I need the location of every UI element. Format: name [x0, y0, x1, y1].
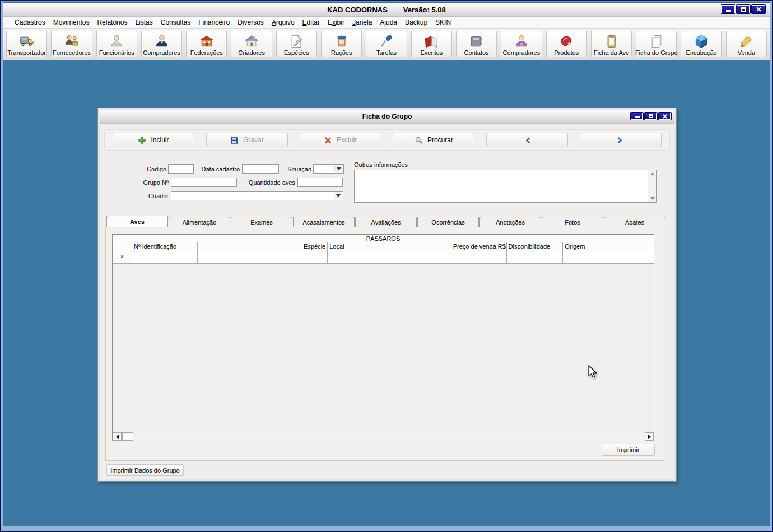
excluir-button[interactable]: Excluir [300, 133, 381, 147]
incluir-button[interactable]: Incluir [113, 133, 194, 147]
grupo-n-field[interactable] [171, 178, 237, 187]
plus-icon [138, 136, 146, 144]
menu-item-listas[interactable]: Listas [131, 17, 156, 27]
toolbar-button-funcionarios[interactable]: Funcionários [96, 31, 137, 57]
criador-dropdown[interactable] [171, 191, 343, 200]
grid-cell-origem[interactable] [563, 251, 654, 263]
menu-item-financeiro[interactable]: Financeiro [194, 17, 234, 27]
dialog-minimize-button[interactable] [631, 113, 643, 120]
tab-anotacoes[interactable]: Anotações [479, 217, 541, 227]
toolbar-button-racoes[interactable]: Rações [321, 31, 362, 57]
action-button-panel: Incluir Gravar Excluir Procurar [104, 129, 670, 151]
toolbar-button-federacoes[interactable]: Federações [186, 31, 227, 57]
grid-cell-especie[interactable] [198, 251, 328, 263]
tab-aves[interactable]: Aves [106, 216, 168, 227]
grid-cell-identificacao[interactable] [132, 251, 198, 263]
menu-item-editar[interactable]: Editar [299, 17, 324, 27]
tab-acasalamentos[interactable]: Acasalamentos [293, 217, 355, 227]
scroll-left-arrow-icon [116, 435, 119, 439]
menu-item-backup[interactable]: Backup [401, 17, 431, 27]
buyer-person-icon [154, 34, 170, 49]
procurar-button[interactable]: Procurar [393, 133, 474, 147]
imprimir-dados-do-grupo-button[interactable]: Imprimir Dados do Grupo [106, 464, 184, 476]
menu-item-skin[interactable]: SKIN [431, 17, 455, 27]
next-record-button[interactable] [580, 133, 662, 147]
tab-avaliacoes[interactable]: Avaliações [355, 217, 417, 227]
grid-new-row[interactable]: * [113, 251, 654, 264]
scroll-left-button[interactable] [113, 432, 122, 441]
grid-header-preco: Preço de venda R$ [451, 242, 507, 251]
grid-cell-local[interactable] [328, 251, 451, 263]
toolbar-button-eventos[interactable]: Eventos [411, 31, 452, 57]
quantidade-aves-field[interactable] [297, 178, 343, 187]
employee-person-icon [109, 34, 124, 49]
grid-cell-preco[interactable] [451, 251, 507, 263]
menu-item-relatorios[interactable]: Relatórios [93, 17, 131, 27]
toolbar-button-transportador[interactable]: Transportador [6, 31, 47, 57]
close-button[interactable] [752, 5, 765, 13]
scrollbar-thumb[interactable] [122, 432, 133, 441]
tab-fotos[interactable]: Fotos [542, 217, 603, 227]
dialog-window-controls [631, 113, 671, 120]
toolbar-button-encubacao[interactable]: Encubação [681, 31, 721, 57]
toolbar-button-contatos[interactable]: Contatos [456, 31, 497, 57]
tab-alimentacao[interactable]: Alimentação [169, 217, 230, 227]
grid-cell-disponibilidade[interactable] [507, 251, 564, 263]
toolbar-button-compradores-2[interactable]: Compradores [501, 31, 542, 57]
minimize-button[interactable] [721, 5, 735, 13]
screwdriver-icon [379, 34, 394, 49]
toolbar-button-ficha-da-ave[interactable]: Ficha da Ave [591, 31, 632, 57]
menu-item-arquivo[interactable]: Arquivo [268, 17, 299, 27]
grid-horizontal-scrollbar[interactable] [113, 432, 654, 441]
buyer-pink-person-icon [514, 34, 529, 49]
passaros-grid: PÁSSAROS Nº identificação Espécie Local … [112, 234, 654, 441]
save-floppy-icon [230, 136, 239, 144]
previous-record-button[interactable] [486, 133, 568, 147]
maximize-button[interactable] [737, 5, 750, 13]
toolbar-button-tarefas[interactable]: Tarefas [366, 31, 407, 57]
menu-item-cadastros[interactable]: Cadastros [11, 17, 49, 27]
situacao-dropdown[interactable] [313, 164, 344, 174]
menu-item-diversos[interactable]: Diversos [234, 17, 268, 27]
toolbar-button-fornecedores[interactable]: Fornecedores [51, 31, 92, 57]
toolbar-button-criadores[interactable]: Criadores [231, 31, 272, 57]
red-book-icon [423, 34, 439, 49]
ficha-do-grupo-window: Ficha do Grupo Incluir [98, 108, 676, 481]
tab-ocorrencias[interactable]: Ocorrências [417, 217, 479, 227]
aves-tab-panel: PÁSSAROS Nº identificação Espécie Local … [105, 227, 664, 461]
grupo-n-label: Grupo Nº [118, 179, 169, 186]
menu-item-ajuda[interactable]: Ajuda [376, 17, 401, 27]
blue-cube-icon [693, 34, 709, 49]
truck-icon [19, 34, 35, 49]
scroll-right-button[interactable] [645, 432, 654, 441]
menu-bar: Cadastros Movimentos Relatórios Listas C… [3, 17, 770, 29]
toolbar-button-ficha-do-grupo[interactable]: Ficha do Grupo [636, 31, 677, 57]
clipboard-icon [604, 34, 620, 49]
tab-exames[interactable]: Exames [231, 217, 292, 227]
maximize-icon [741, 7, 746, 12]
main-titlebar[interactable]: KAD CODORNAS Versão: 5.08 [3, 3, 770, 17]
document-pages-icon [649, 34, 664, 49]
toolbar-button-especies[interactable]: Espécies [276, 31, 317, 57]
toolbar-button-produtos[interactable]: Produtos [546, 31, 587, 57]
window-frame: KAD CODORNAS Versão: 5.08 Cadastros Movi… [1, 1, 772, 531]
grid-header-local: Local [328, 242, 451, 251]
address-book-icon [469, 34, 485, 49]
toolbar-button-venda[interactable]: Venda [726, 31, 767, 57]
memo-vertical-scrollbar[interactable] [648, 170, 656, 202]
menu-item-movimentos[interactable]: Movimentos [49, 17, 94, 27]
dialog-maximize-button[interactable] [645, 113, 657, 120]
gravar-button[interactable]: Gravar [206, 133, 288, 147]
dialog-close-button[interactable] [659, 113, 671, 120]
dialog-titlebar[interactable]: Ficha do Grupo [100, 110, 674, 124]
menu-item-janela[interactable]: Janela [348, 17, 376, 27]
outras-informacoes-field[interactable] [354, 170, 657, 203]
tab-abates[interactable]: Abates [604, 217, 665, 227]
chevron-left-icon [523, 136, 532, 144]
menu-item-consultas[interactable]: Consultas [157, 17, 194, 27]
menu-item-exibir[interactable]: Exibir [324, 17, 348, 27]
dialog-body: Incluir Gravar Excluir Procurar [100, 124, 674, 479]
imprimir-button[interactable]: Imprimir [602, 444, 655, 456]
toolbar-button-compradores[interactable]: Compradores [141, 31, 182, 57]
tab-strip: Aves Alimentação Exames Acasalamentos Av… [106, 216, 666, 227]
